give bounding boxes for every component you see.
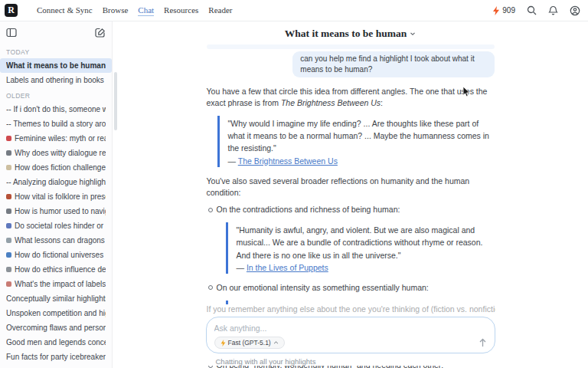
chat-title-label: What lessons can dragons teach us ... (15, 236, 106, 245)
sidebar-item-chat[interactable]: How vital is folklore in preserving his.… (0, 189, 112, 204)
sidebar-item-chat[interactable]: What lessons can dragons teach us ... (0, 233, 112, 248)
sidebar-item-chat[interactable]: Overcoming flaws and personal respons... (0, 320, 112, 335)
chevron-down-icon (410, 31, 416, 37)
sidebar-item-chat[interactable]: Unspoken competition and high standar... (0, 306, 112, 320)
chat-title-label: Feminine wiles: myth or reality? (15, 134, 106, 143)
reflections-intro: You've also saved several broader reflec… (207, 176, 495, 199)
send-button[interactable] (479, 338, 487, 347)
bullet-label: On our emotional intensity as something … (217, 282, 495, 294)
label-tag-icon (6, 281, 11, 287)
chat-title-label: How does fiction challenge modern ... (15, 163, 106, 172)
sidebar-item-chat[interactable]: -- Themes to build a story around (0, 117, 112, 131)
scrolled-message-fade (207, 44, 495, 49)
chat-title-label: How do fictional universes explore c... (15, 251, 106, 259)
chat-title-dropdown[interactable]: What it means to be human (207, 28, 495, 40)
bullet-label: On the contradictions and richness of be… (217, 204, 495, 215)
source-link[interactable]: The Brightness Between Us (238, 156, 338, 166)
highlight-quote: "Humanity is awful, angry, and violent. … (226, 222, 495, 274)
nav-browse[interactable]: Browse (103, 5, 129, 15)
nav-reader[interactable]: Reader (208, 5, 232, 15)
chat-title-label: How is humor used to navigate cultur... (15, 207, 106, 215)
model-selector[interactable]: Fast (GPT-5.1) (214, 337, 285, 349)
energy-count: 909 (502, 6, 515, 15)
readwise-logo[interactable]: R (5, 4, 18, 17)
em-dash: — (237, 263, 245, 272)
quote-source: — In the Lives of Puppets (237, 263, 495, 272)
lightning-icon (492, 6, 500, 15)
chat-title-label: Fun facts for party icebreaker (6, 353, 106, 361)
sidebar-item-chat[interactable]: Conceptually similar highlights about co… (0, 291, 112, 306)
nav-right-actions: 909 (492, 5, 580, 16)
chat-title-label: Labels and othering in books (6, 76, 104, 84)
new-chat-icon[interactable] (95, 28, 106, 38)
sidebar-item-chat[interactable]: -- Analyzing dialogue highlights (0, 175, 112, 189)
chat-title-label: -- If i don't do this, someone worse wil… (6, 105, 106, 113)
chat-title-label: Do societal roles hinder or liberate in.… (15, 222, 106, 230)
open-book-icon (6, 165, 11, 170)
scrollbar-thumb[interactable] (114, 72, 117, 130)
sidebar-item-chat[interactable]: What's the impact of labels on societ... (0, 277, 112, 291)
chat-input-box[interactable]: Fast (GPT-5.1) (206, 317, 495, 353)
sidebar-item-chat[interactable]: Labels and othering in books (0, 73, 112, 87)
nav-chat[interactable]: Chat (138, 5, 154, 16)
sidebar-item-chat[interactable]: What it means to be human (0, 58, 112, 73)
section-label-today: TODAY (0, 44, 112, 58)
chat-title-label: Overcoming flaws and personal respons... (6, 324, 106, 332)
microphone-icon (6, 209, 11, 214)
energy-counter[interactable]: 909 (492, 6, 515, 15)
sidebar-item-chat[interactable]: Feminine wiles: myth or reality? (0, 131, 112, 146)
sidebar-item-chat[interactable]: Do societal roles hinder or liberate in.… (0, 219, 112, 233)
chat-title-label: How vital is folklore in preserving his.… (15, 192, 106, 201)
chat-history-sidebar: TODAY What it means to be human Labels a… (0, 21, 113, 368)
chat-title-label: Good men and legends concept (6, 338, 106, 347)
app-window: R Connect & Sync Browse Chat Resources R… (0, 0, 588, 368)
bell-icon[interactable] (548, 5, 558, 15)
sidebar-item-chat[interactable]: Good men and legends concept (0, 335, 112, 350)
assistant-intro: You have a few that circle this idea fro… (207, 86, 495, 109)
page-title: What it means to be human (285, 28, 407, 40)
chat-title-label: Conceptually similar highlights about co… (6, 294, 106, 303)
quote-text: "Why would I imagine my life ending? ...… (228, 117, 495, 155)
sidebar-item-chat[interactable]: -- If i don't do this, someone worse wil… (0, 102, 112, 117)
chat-title-label: Why does witty dialogue resonate? (15, 149, 106, 157)
em-dash: — (228, 156, 237, 166)
search-icon[interactable] (527, 5, 537, 15)
nav-resources[interactable]: Resources (164, 5, 198, 15)
chat-title-label: How do ethics influence decision-ma... (15, 265, 106, 274)
source-link[interactable]: In the Lives of Puppets (247, 263, 328, 272)
chat-title-label: Unspoken competition and high standar... (6, 309, 106, 317)
top-nav: R Connect & Sync Browse Chat Resources R… (0, 0, 588, 21)
chevron-up-icon (273, 340, 279, 345)
sidebar-item-chat[interactable]: How is humor used to navigate cultur... (0, 204, 112, 219)
pen-icon (6, 267, 11, 272)
sidebar-item-chat[interactable]: How do ethics influence decision-ma... (0, 262, 112, 277)
highlight-quote: "Why would I imagine my life ending? ...… (217, 116, 495, 167)
account-icon[interactable] (570, 5, 580, 16)
chat-title-label: -- Analyzing dialogue highlights (6, 178, 106, 186)
sidebar-item-chat[interactable]: How do fictional universes explore c... (0, 248, 112, 262)
chat-input[interactable] (214, 324, 487, 333)
sidebar-item-chat[interactable]: How does fiction challenge modern ... (0, 160, 112, 175)
book-title-italic: The Brightness Between Us (281, 98, 381, 107)
composer: If you remember anything else about the … (206, 304, 495, 366)
user-message-bubble: can you help me find a highlight I took … (292, 51, 494, 77)
nav-connect-sync[interactable]: Connect & Sync (37, 5, 93, 15)
model-label: Fast (GPT-5.1) (228, 339, 271, 347)
bolt-icon (220, 340, 226, 347)
section-label-older: OLDER (0, 87, 112, 102)
composer-toolbar: Fast (GPT-5.1) (214, 337, 487, 349)
dolls-icon (6, 223, 11, 228)
chat-main: What it means to be human can you help m… (113, 21, 588, 368)
list-item: On the contradictions and richness of be… (207, 204, 495, 273)
composer-footer: Chatting with all your highlights (216, 357, 495, 366)
collapse-sidebar-icon[interactable] (6, 28, 17, 38)
sidebar-item-chat[interactable]: Why does witty dialogue resonate? (0, 146, 112, 160)
intro-colon: : (381, 98, 383, 107)
quote-text: "Humanity is awful, angry, and violent. … (237, 224, 495, 261)
truncated-followup-text: If you remember anything else about the … (207, 304, 495, 314)
chat-title-label: -- Themes to build a story around (6, 120, 106, 128)
primary-nav: Connect & Sync Browse Chat Resources Rea… (27, 5, 232, 16)
sidebar-item-chat[interactable]: Fun facts for party icebreaker (0, 350, 112, 364)
rose-icon (6, 136, 11, 141)
dragon-icon (6, 238, 11, 243)
